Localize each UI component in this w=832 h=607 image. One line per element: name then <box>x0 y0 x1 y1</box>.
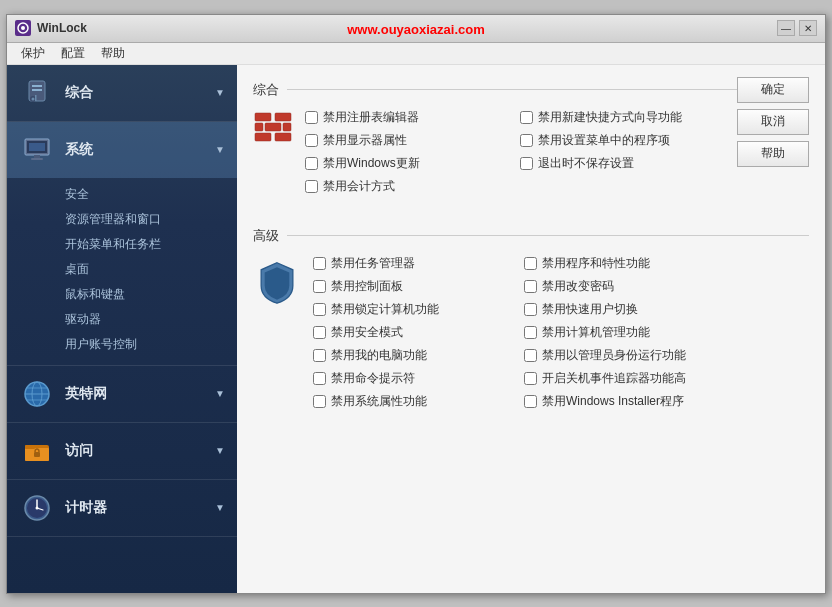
checkbox-windows-installer[interactable]: 禁用Windows Installer程序 <box>524 393 719 410</box>
sidebar-subitem-uac[interactable]: 用户账号控制 <box>7 332 237 357</box>
checkbox-lock-computer-input[interactable] <box>313 303 326 316</box>
checkbox-windows-update[interactable]: 禁用Windows更新 <box>305 155 504 172</box>
checkbox-run-as-admin[interactable]: 禁用以管理员身份运行功能 <box>524 347 719 364</box>
sidebar-subitem-mouse[interactable]: 鼠标和键盘 <box>7 282 237 307</box>
help-button[interactable]: 帮助 <box>737 141 809 167</box>
sidebar-item-internet[interactable]: 英特网 ▼ <box>7 366 237 422</box>
checkbox-settings-menu[interactable]: 禁用设置菜单中的程序项 <box>520 132 719 149</box>
menu-help[interactable]: 帮助 <box>93 43 133 64</box>
ok-button[interactable]: 确定 <box>737 77 809 103</box>
sidebar-section-general: 综合 ▼ <box>7 65 237 122</box>
svg-rect-10 <box>29 143 45 151</box>
sidebar-subitem-startmenu[interactable]: 开始菜单和任务栏 <box>7 232 237 257</box>
checkbox-display[interactable]: 禁用显示器属性 <box>305 132 504 149</box>
sidebar-system-subitems: 安全 资源管理器和窗口 开始菜单和任务栏 桌面 鼠标和键盘 驱动器 用户账号控制 <box>7 178 237 365</box>
svg-rect-11 <box>34 155 40 158</box>
cancel-button[interactable]: 取消 <box>737 109 809 135</box>
advanced-section-title: 高级 <box>253 227 809 245</box>
checkbox-safe-mode[interactable]: 禁用安全模式 <box>313 324 508 341</box>
checkbox-computer-mgmt-input[interactable] <box>524 326 537 339</box>
sidebar-label-timer: 计时器 <box>65 499 107 517</box>
sidebar-subitem-security[interactable]: 安全 <box>7 182 237 207</box>
svg-rect-4 <box>32 89 42 91</box>
checkbox-task-manager-input[interactable] <box>313 257 326 270</box>
chevron-general: ▼ <box>215 87 225 98</box>
checkbox-programs[interactable]: 禁用程序和特性功能 <box>524 255 719 272</box>
sidebar-subitem-desktop[interactable]: 桌面 <box>7 257 237 282</box>
minimize-button[interactable]: — <box>777 20 795 36</box>
computer-icon <box>19 132 55 168</box>
checkbox-control-panel[interactable]: 禁用控制面板 <box>313 278 508 295</box>
app-icon <box>15 20 31 36</box>
sidebar-item-system[interactable]: 系统 ▼ <box>7 122 237 178</box>
menu-bar: 保护 配置 帮助 <box>7 43 825 65</box>
svg-rect-3 <box>32 85 42 87</box>
checkbox-control-panel-input[interactable] <box>313 280 326 293</box>
sidebar-section-timer: 计时器 ▼ <box>7 480 237 537</box>
folder-icon <box>19 433 55 469</box>
menu-protect[interactable]: 保护 <box>13 43 53 64</box>
svg-point-26 <box>36 506 39 509</box>
menu-config[interactable]: 配置 <box>53 43 93 64</box>
checkbox-registry[interactable]: 禁用注册表编辑器 <box>305 109 504 126</box>
checkbox-run-as-admin-input[interactable] <box>524 349 537 362</box>
checkbox-sys-props-input[interactable] <box>313 395 326 408</box>
checkbox-new-shortcut[interactable]: 禁用新建快捷方式向导功能 <box>520 109 719 126</box>
sidebar-item-general[interactable]: 综合 ▼ <box>7 65 237 121</box>
advanced-checkboxes: 禁用任务管理器 禁用程序和特性功能 禁用控制面板 禁用改变密码 <box>313 255 809 410</box>
checkbox-shutdown-tracker-input[interactable] <box>524 372 537 385</box>
checkbox-windows-installer-input[interactable] <box>524 395 537 408</box>
checkbox-windows-update-input[interactable] <box>305 157 318 170</box>
general-checkboxes: 禁用注册表编辑器 禁用新建快捷方式向导功能 禁用显示器属性 禁用设置菜 <box>305 109 719 195</box>
sidebar-label-general: 综合 <box>65 84 93 102</box>
checkbox-fast-switch[interactable]: 禁用快速用户切换 <box>524 301 719 318</box>
chevron-internet: ▼ <box>215 388 225 399</box>
checkbox-fast-switch-input[interactable] <box>524 303 537 316</box>
checkbox-registry-input[interactable] <box>305 111 318 124</box>
sidebar-item-timer[interactable]: 计时器 ▼ <box>7 480 237 536</box>
sidebar-section-system: 系统 ▼ 安全 资源管理器和窗口 开始菜单和任务栏 桌面 鼠标和键盘 驱动器 用… <box>7 122 237 366</box>
checkbox-accounting[interactable]: 禁用会计方式 <box>305 178 504 195</box>
chevron-access: ▼ <box>215 445 225 456</box>
checkbox-computer-mgmt[interactable]: 禁用计算机管理功能 <box>524 324 719 341</box>
sidebar-subitem-explorer[interactable]: 资源管理器和窗口 <box>7 207 237 232</box>
checkbox-programs-input[interactable] <box>524 257 537 270</box>
checkbox-no-save-input[interactable] <box>520 157 533 170</box>
svg-rect-12 <box>31 158 43 160</box>
music-icon <box>19 75 55 111</box>
main-window: www.ouyaoxiazai.com WinLock — ✕ 保护 配置 帮助 <box>6 14 826 594</box>
sidebar-item-access[interactable]: 访问 ▼ <box>7 423 237 479</box>
checkbox-cmd[interactable]: 禁用命令提示符 <box>313 370 508 387</box>
svg-rect-27 <box>255 113 271 121</box>
svg-point-1 <box>21 26 25 30</box>
checkbox-cmd-input[interactable] <box>313 372 326 385</box>
checkbox-safe-mode-input[interactable] <box>313 326 326 339</box>
svg-rect-31 <box>283 123 291 131</box>
checkbox-my-computer-input[interactable] <box>313 349 326 362</box>
checkbox-change-password-input[interactable] <box>524 280 537 293</box>
main-panel: 确定 取消 帮助 综合 <box>237 65 825 593</box>
checkbox-my-computer[interactable]: 禁用我的电脑功能 <box>313 347 508 364</box>
svg-point-6 <box>32 97 35 100</box>
svg-rect-29 <box>265 123 281 131</box>
advanced-section: 高级 禁用任务管理器 <box>253 227 809 410</box>
checkbox-display-input[interactable] <box>305 134 318 147</box>
window-title: WinLock <box>37 21 777 35</box>
checkbox-settings-menu-input[interactable] <box>520 134 533 147</box>
general-section: 综合 <box>253 81 809 211</box>
checkbox-change-password[interactable]: 禁用改变密码 <box>524 278 719 295</box>
checkbox-accounting-input[interactable] <box>305 180 318 193</box>
checkbox-sys-props[interactable]: 禁用系统属性功能 <box>313 393 508 410</box>
close-button[interactable]: ✕ <box>799 20 817 36</box>
sidebar-subitem-drivers[interactable]: 驱动器 <box>7 307 237 332</box>
checkbox-no-save[interactable]: 退出时不保存设置 <box>520 155 719 172</box>
checkbox-new-shortcut-input[interactable] <box>520 111 533 124</box>
window-controls: — ✕ <box>777 20 817 36</box>
checkbox-lock-computer[interactable]: 禁用锁定计算机功能 <box>313 301 508 318</box>
content-area: 综合 ▼ <box>7 65 825 593</box>
general-section-title: 综合 <box>253 81 809 99</box>
svg-rect-7 <box>35 95 37 101</box>
checkbox-task-manager[interactable]: 禁用任务管理器 <box>313 255 508 272</box>
checkbox-shutdown-tracker[interactable]: 开启关机事件追踪器功能高 <box>524 370 719 387</box>
advanced-content-row: 禁用任务管理器 禁用程序和特性功能 禁用控制面板 禁用改变密码 <box>253 255 809 410</box>
